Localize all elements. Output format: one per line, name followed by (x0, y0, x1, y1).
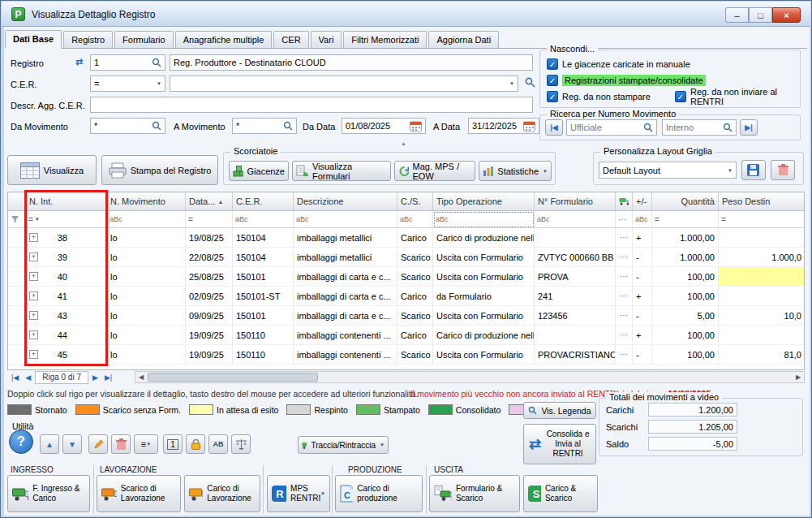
search-icon[interactable] (152, 121, 161, 131)
tab-dati-base[interactable]: Dati Base (5, 30, 62, 49)
splitter-collapse-icon[interactable]: ▲ (401, 140, 406, 146)
carico-scarico-button[interactable]: S Carico & Scarico (523, 475, 598, 512)
vis-legenda-button[interactable]: Vis. Legenda (523, 402, 596, 419)
header-n-formulario[interactable]: N° Formulario (535, 192, 616, 211)
search-icon[interactable] (152, 58, 161, 67)
row-actions-button[interactable]: ··· (616, 267, 633, 287)
nav-last-button[interactable]: ▶| (102, 372, 114, 384)
ufficiale-input[interactable]: Ufficiale (566, 119, 657, 136)
last-movement-button[interactable]: ▶| (740, 119, 758, 136)
visualizza-formulari-button[interactable]: Visualizza Formulari (292, 161, 391, 181)
help-button[interactable]: ? (9, 430, 33, 454)
header-quantita[interactable]: Quantità (652, 192, 719, 211)
edit-button[interactable] (88, 434, 108, 454)
checkbox-giacenze-manuale[interactable]: ✓ Le giacenze caricate in manuale (547, 58, 690, 71)
expand-icon[interactable]: + (29, 272, 38, 281)
stampa-registro-button[interactable]: Stampa del Registro (101, 155, 218, 185)
filter-n-formulario[interactable]: aBc (535, 211, 616, 228)
carico-produzione-button[interactable]: C Carico di produzione (335, 475, 423, 512)
row-actions-button[interactable]: ··· (616, 228, 633, 248)
nav-first-button[interactable]: |◀ (9, 372, 21, 384)
checkbox-checked-icon[interactable]: ✓ (547, 58, 558, 70)
checkbox-reg-non-inviare[interactable]: ✓ Reg. da non inviare al RENTRI (675, 90, 800, 103)
lock-button[interactable] (186, 434, 205, 454)
mag-mps-eow-button[interactable]: Mag. MPS / EOW (394, 161, 475, 181)
search-icon[interactable] (723, 123, 733, 132)
save-layout-button[interactable] (741, 160, 766, 180)
checkbox-reg-non-stampare[interactable]: ✓ Reg. da non stampare (547, 90, 651, 103)
row-actions-button[interactable]: ··· (616, 287, 633, 306)
da-data-input[interactable]: 01/08/2025 (342, 118, 426, 134)
single-record-button[interactable]: 1 (163, 434, 183, 454)
table-row[interactable]: +44 lo 19/09/25 150110 imballaggi conten… (8, 326, 804, 345)
title-bar[interactable]: P Visualizza Dettaglio Registro – □ × (2, 2, 810, 27)
tab-aggiorna-dati[interactable]: Aggiorna Dati (428, 31, 499, 48)
header-cs[interactable]: C./S. (397, 192, 433, 211)
header-data[interactable]: Data...▲ (186, 192, 233, 211)
filter-data[interactable]: = (186, 211, 233, 228)
table-row[interactable]: +38 lo 19/08/25 150104 imballaggi metall… (8, 228, 804, 248)
filter-plus-minus[interactable]: aBc (633, 211, 652, 228)
tab-registro[interactable]: Registro (63, 31, 113, 48)
tab-formulario[interactable]: Formulario (114, 31, 174, 48)
table-row[interactable]: +43 lo 09/09/25 150101 imballaggi di car… (8, 306, 804, 326)
a-movimento-input[interactable]: * (232, 118, 297, 134)
close-button[interactable]: × (772, 7, 801, 23)
header-plus-minus[interactable]: +/- (633, 192, 652, 211)
formulario-scarico-button[interactable]: Formulario & Scarico (429, 475, 520, 512)
tab-vari[interactable]: Vari (311, 31, 342, 48)
delete-layout-button[interactable] (771, 160, 795, 180)
cer-operator-select[interactable]: = ▼ (90, 76, 165, 92)
filter-descrizione[interactable]: aBc (294, 211, 397, 228)
row-actions-button[interactable]: ··· (616, 306, 633, 326)
descr-agg-input[interactable] (90, 97, 533, 113)
checkbox-registrazioni-stampate[interactable]: ✓ Registrazioni stampate/consolidate (547, 74, 706, 87)
move-down-button[interactable]: ▼ (62, 434, 82, 454)
movements-table[interactable]: N. Int. N. Movimento Data...▲ C.E.R. Des… (7, 192, 805, 370)
table-row[interactable]: +40 lo 25/08/25 150101 imballaggi di car… (8, 267, 804, 287)
statistiche-button[interactable]: Statistiche ▼ (479, 161, 552, 181)
table-row[interactable]: +45 lo 19/09/25 150110 imballaggi conten… (8, 345, 804, 365)
scroll-left-icon[interactable]: ◀ (135, 372, 147, 382)
filter-funnel-icon[interactable] (8, 211, 26, 228)
nav-next-button[interactable]: ▶ (90, 372, 101, 384)
carico-lavorazione-button[interactable]: Carico di Lavorazione (184, 475, 260, 512)
expand-icon[interactable]: + (29, 233, 38, 242)
scroll-right-icon[interactable]: ▶ (793, 372, 804, 382)
list-options-button[interactable]: ≡ ▼ (134, 434, 158, 454)
f-ingresso-carico-button[interactable]: F. Ingresso & Carico (7, 475, 90, 512)
checkbox-checked-icon[interactable]: ✓ (675, 91, 686, 102)
calendar-icon[interactable] (523, 120, 535, 132)
registro-input[interactable]: 1 (90, 54, 165, 71)
header-truck-icon[interactable] (616, 192, 633, 211)
filter-tipo-operazione[interactable]: aBc (433, 211, 535, 228)
filter-cer[interactable]: aBc (233, 211, 294, 228)
interno-input[interactable]: Interno (662, 119, 737, 136)
expand-icon[interactable]: + (29, 311, 38, 320)
chevron-down-icon[interactable]: ▼ (509, 81, 514, 86)
search-icon[interactable] (283, 121, 293, 131)
nav-prev-button[interactable]: ◀ (23, 372, 33, 384)
expand-icon[interactable]: + (29, 253, 38, 261)
maximize-button[interactable]: □ (749, 7, 772, 23)
cer-combo[interactable]: ▼ (170, 76, 518, 92)
row-actions-button[interactable]: ··· (616, 326, 633, 345)
header-descrizione[interactable]: Descrizione (294, 192, 397, 211)
visualizza-button[interactable]: Visualizza (7, 155, 97, 185)
checkbox-checked-icon[interactable]: ✓ (547, 75, 558, 86)
mps-rentri-button[interactable]: R MPS RENTRI ▼ (267, 475, 330, 512)
minimize-button[interactable]: – (725, 7, 749, 23)
consolida-invia-rentri-button[interactable]: ⇄ Consolida e Invia al RENTRI (523, 424, 596, 464)
cer-search-button[interactable] (525, 77, 535, 89)
header-n-int[interactable]: N. Int. (26, 192, 107, 211)
checkbox-checked-icon[interactable]: ✓ (547, 91, 558, 102)
scarico-lavorazione-button[interactable]: Scarico di Lavorazione (97, 475, 181, 512)
tab-cer[interactable]: CER (273, 31, 308, 48)
tab-anagrafiche-multiple[interactable]: Anagrafiche multiple (175, 31, 273, 48)
horizontal-scrollbar[interactable]: ◀ ▶ (135, 371, 805, 383)
table-row[interactable]: +41 lo 02/09/25 150101-ST imballaggi di … (8, 287, 804, 306)
traccia-rintraccia-button[interactable]: Traccia/Rintraccia ▼ (298, 436, 389, 454)
giacenze-button[interactable]: Giacenze (229, 161, 289, 181)
search-icon[interactable] (525, 77, 535, 88)
filter-quantita[interactable]: = (652, 211, 719, 228)
